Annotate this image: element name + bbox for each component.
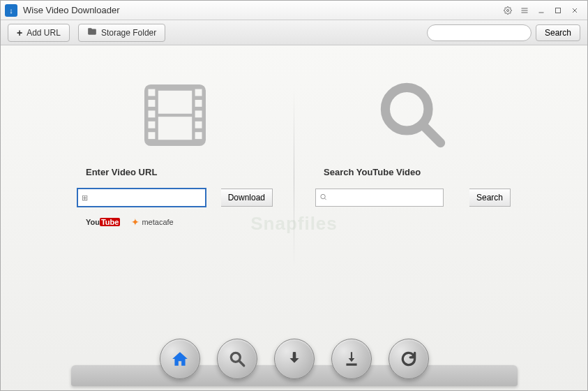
title-bar: Wise Video Downloader [1,1,587,20]
dock-download-disk-button[interactable] [331,339,372,379]
svg-rect-29 [346,364,356,366]
svg-rect-22 [195,132,202,139]
app-title: Wise Video Downloader [23,5,120,15]
toolbar: + Add URL Storage Folder Search [1,20,587,45]
settings-icon[interactable] [499,4,516,17]
storage-folder-label: Storage Folder [101,28,156,38]
search-heading: Search YouTube Video [324,167,421,177]
dock-home-button[interactable] [160,339,200,379]
magnifier-icon [371,73,455,157]
metacafe-logo: ✦ metacafe [131,216,173,228]
storage-folder-button[interactable]: Storage Folder [78,24,165,42]
svg-rect-13 [149,89,156,96]
main-content: Snapfiles [1,45,587,391]
svg-rect-16 [149,121,156,128]
svg-rect-20 [195,110,202,117]
toolbar-search-input[interactable] [427,24,532,41]
youtube-logo: YouTube [86,218,120,226]
search-panel: Search YouTube Video Search [294,73,532,297]
svg-rect-21 [195,121,202,128]
folder-icon [87,27,97,38]
video-url-input[interactable] [77,189,206,207]
svg-rect-14 [149,100,156,107]
youtube-search-button[interactable]: Search [469,189,511,207]
svg-rect-12 [158,117,192,140]
plus-icon: + [17,27,22,38]
menu-icon[interactable] [516,4,533,17]
download-button[interactable]: Download [221,189,273,207]
svg-line-24 [423,126,440,142]
youtube-search-input[interactable] [315,189,444,207]
film-icon [133,73,217,157]
svg-rect-5 [556,8,561,13]
url-heading: Enter Video URL [86,167,157,177]
dock-download-button[interactable] [274,339,315,379]
minimize-icon[interactable] [533,4,550,17]
svg-line-28 [239,361,244,366]
dock-search-button[interactable] [217,339,257,379]
maximize-icon[interactable] [550,4,566,17]
svg-rect-17 [149,132,156,139]
dock-refresh-button[interactable] [389,339,429,379]
app-icon [5,4,17,17]
svg-rect-19 [195,100,202,107]
dock [160,339,429,379]
svg-rect-11 [158,91,192,114]
url-panel: Enter Video URL ⊞ Download YouTube ✦ met… [56,73,294,297]
svg-rect-18 [195,89,202,96]
add-url-button[interactable]: + Add URL [8,24,70,42]
svg-point-0 [507,9,509,11]
toolbar-search-button[interactable]: Search [536,24,580,41]
svg-rect-15 [149,110,156,117]
add-url-label: Add URL [27,28,61,38]
close-icon[interactable] [566,4,583,17]
